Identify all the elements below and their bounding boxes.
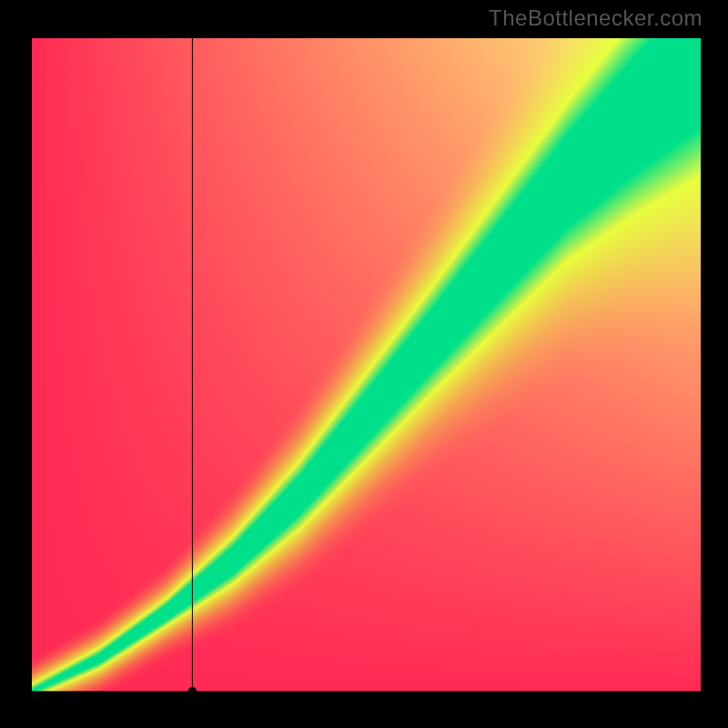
chart-container: TheBottlenecker.com bbox=[0, 0, 728, 728]
watermark-text: TheBottlenecker.com bbox=[489, 5, 703, 31]
bottleneck-heatmap bbox=[32, 38, 701, 692]
